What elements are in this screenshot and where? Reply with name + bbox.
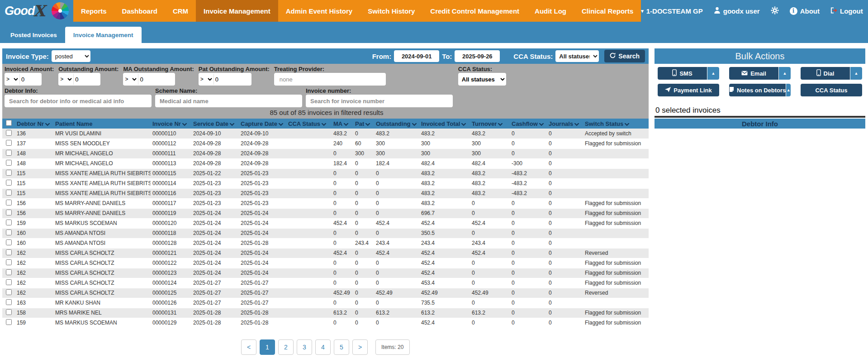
table-row[interactable]: 162MISS CARLA SCHOLTZ000001212025-01-242… xyxy=(2,248,649,258)
bulk-notes-on-debtors-button[interactable]: Notes on Debtors xyxy=(729,84,786,96)
page-button-5[interactable]: 5 xyxy=(334,339,349,355)
row-checkbox[interactable] xyxy=(6,140,12,146)
col-header-invoice-nr[interactable]: Invoice Nr xyxy=(151,119,191,129)
row-checkbox[interactable] xyxy=(6,259,12,265)
cca-status-select[interactable]: All statuses xyxy=(555,50,599,62)
cca-status-filter-select[interactable]: All statuses xyxy=(458,73,506,86)
table-row[interactable]: 162MISS CARLA SCHOLTZ000001232025-01-242… xyxy=(2,268,649,278)
row-checkbox[interactable] xyxy=(6,170,12,176)
table-row[interactable]: 162MISS CARLA SCHOLTZ000001222025-01-242… xyxy=(2,258,649,268)
col-header-invoiced-total[interactable]: Invoiced Total xyxy=(419,119,470,129)
bulk-sms-dropdown-button[interactable]: ▲ xyxy=(707,67,719,80)
nav-item-crm[interactable]: CRM xyxy=(165,0,196,22)
row-checkbox[interactable] xyxy=(6,319,12,325)
bulk-payment-link-button[interactable]: Payment Link xyxy=(658,84,719,96)
amount-operator-select[interactable]: > xyxy=(5,74,20,85)
nav-item-invoice-management[interactable]: Invoice Management xyxy=(196,0,278,22)
col-header-service-date[interactable]: Service Date xyxy=(191,119,239,129)
amount-input[interactable] xyxy=(214,76,251,83)
row-checkbox[interactable] xyxy=(6,309,12,315)
row-checkbox[interactable] xyxy=(6,299,12,305)
from-date-input[interactable] xyxy=(394,50,439,62)
table-row[interactable]: 156MS MARRY-ANNE DANIELS000001172025-01-… xyxy=(2,198,649,208)
col-header-turnover[interactable]: Turnover xyxy=(470,119,510,129)
tab-invoice-management[interactable]: Invoice Management xyxy=(65,27,142,43)
nav-item-clinical-reports[interactable]: Clinical Reports xyxy=(574,0,641,22)
row-checkbox[interactable] xyxy=(6,130,12,136)
page-button-4[interactable]: 4 xyxy=(315,339,331,355)
nav-item-switch-history[interactable]: Switch History xyxy=(360,0,422,22)
row-checkbox[interactable] xyxy=(6,150,12,156)
row-checkbox[interactable] xyxy=(6,269,12,275)
select-all-checkbox[interactable] xyxy=(6,120,12,126)
col-header-switch-status[interactable]: Switch Status xyxy=(583,119,649,129)
nav-item-credit-control-management[interactable]: Credit Control Management xyxy=(422,0,527,22)
nav-item-audit-log[interactable]: Audit Log xyxy=(527,0,574,22)
row-checkbox[interactable] xyxy=(6,180,12,186)
table-row[interactable]: 156MS MARRY-ANNE DANIELS000001192025-01-… xyxy=(2,208,649,218)
row-checkbox[interactable] xyxy=(6,210,12,215)
table-row[interactable]: 160MS AMANDA NTOSI000001182025-01-242025… xyxy=(2,228,649,238)
invoice-type-select[interactable]: posted xyxy=(52,50,90,62)
nav-item-admin-event-history[interactable]: Admin Event History xyxy=(278,0,360,22)
col-header-cashflow[interactable]: Cashflow xyxy=(510,119,547,129)
table-row[interactable]: 159MS MARKUS SCOEMAN000001292025-01-2820… xyxy=(2,318,649,328)
page-button-2[interactable]: 2 xyxy=(278,339,294,355)
row-checkbox[interactable] xyxy=(6,279,12,285)
row-checkbox[interactable] xyxy=(6,249,12,255)
row-checkbox[interactable] xyxy=(6,160,12,166)
tab-posted-invoices[interactable]: Posted Invoices xyxy=(2,27,65,43)
table-row[interactable]: 162MISS CARLA SCHOLTZ000001252025-01-272… xyxy=(2,288,649,298)
bulk-cca-status-button[interactable]: CCA Status xyxy=(801,84,862,96)
search-button[interactable]: Search xyxy=(604,50,645,62)
page-button-3[interactable]: 3 xyxy=(297,339,312,355)
bulk-email-button[interactable]: Email xyxy=(729,67,778,80)
table-row[interactable]: 115MISS XANTE AMELIA RUTH SIEBRITS000001… xyxy=(2,178,649,188)
bulk-notes-on-debtors-dropdown-button[interactable]: ▲ xyxy=(786,84,791,96)
invoice-number-input[interactable] xyxy=(306,95,453,107)
amount-input[interactable] xyxy=(20,76,41,83)
next-page-button[interactable]: > xyxy=(352,339,368,355)
nav-item-reports[interactable]: Reports xyxy=(73,0,114,22)
table-row[interactable]: 148MR MICHAEL ANGELO000001112024-09-2820… xyxy=(2,148,649,158)
bulk-dial-button[interactable]: Dial xyxy=(801,67,850,80)
settings-button[interactable] xyxy=(771,6,779,16)
table-row[interactable]: 159MS MARKUS SCOEMAN000001202025-01-2420… xyxy=(2,218,649,228)
row-checkbox[interactable] xyxy=(6,229,12,235)
bulk-dial-dropdown-button[interactable]: ▲ xyxy=(850,67,862,80)
debtor-info-input[interactable] xyxy=(5,95,152,107)
table-row[interactable]: 136MR VUSI DLAMINI000001102024-09-102024… xyxy=(2,129,649,139)
col-header-capture-date[interactable]: Capture Date xyxy=(239,119,286,129)
col-header-cca-status[interactable]: CCA Status xyxy=(286,119,332,129)
col-header-pat[interactable]: Pat xyxy=(353,119,374,129)
amount-input[interactable] xyxy=(74,76,100,83)
treating-provider-input[interactable] xyxy=(274,73,386,86)
table-row[interactable]: 137MISS SEN MOODLEY000001122024-09-28202… xyxy=(2,139,649,148)
table-row[interactable]: 163MR KANKU SHAN000001262025-01-272025-0… xyxy=(2,298,649,308)
bulk-email-dropdown-button[interactable]: ▲ xyxy=(779,67,791,80)
col-header-journals[interactable]: Journals xyxy=(547,119,583,129)
col-header-ma[interactable]: MA xyxy=(332,119,353,129)
row-checkbox[interactable] xyxy=(6,239,12,245)
col-header-patient-name[interactable]: Patient Name xyxy=(53,119,151,129)
row-checkbox[interactable] xyxy=(6,289,12,295)
scheme-name-input[interactable] xyxy=(155,95,302,107)
items-per-page-select[interactable]: Items: 20 xyxy=(375,339,410,355)
bulk-sms-button[interactable]: SMS xyxy=(658,67,707,80)
table-row[interactable]: 160MS AMANDA NTOSI000001282025-01-242025… xyxy=(2,238,649,248)
page-button-1[interactable]: 1 xyxy=(260,339,275,355)
col-header-outstanding[interactable]: Outstanding xyxy=(374,119,419,129)
row-checkbox[interactable] xyxy=(6,220,12,225)
amount-operator-select[interactable]: > xyxy=(123,74,138,85)
practice-selector[interactable]: ▾ 1-DOCSTEAM GP xyxy=(641,7,703,15)
row-checkbox[interactable] xyxy=(6,200,12,205)
table-row[interactable]: 115MISS XANTE AMELIA RUTH SIEBRITS000001… xyxy=(2,168,649,178)
table-row[interactable]: 162MISS CARLA SCHOLTZ000001242025-01-272… xyxy=(2,278,649,288)
logout-button[interactable]: Logout xyxy=(830,7,863,15)
table-row[interactable]: 115MISS XANTE AMELIA RUTH SIEBRITS000001… xyxy=(2,188,649,198)
row-checkbox[interactable] xyxy=(6,190,12,196)
prev-page-button[interactable]: < xyxy=(241,339,256,355)
table-row[interactable]: 158MRS MARIKE NEL000001312025-01-282025-… xyxy=(2,308,649,318)
to-date-input[interactable] xyxy=(455,50,500,62)
about-button[interactable]: i About xyxy=(790,7,820,15)
